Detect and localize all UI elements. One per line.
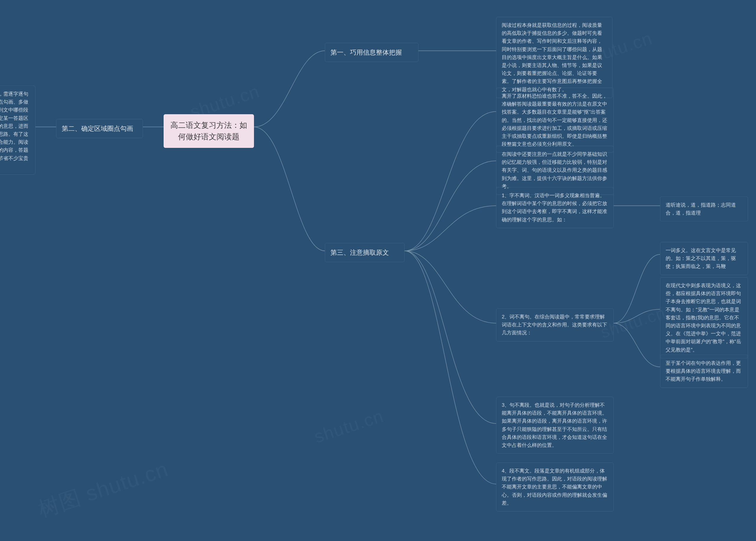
b3-c4[interactable]: 2、词不离句。在综合阅读题中，常常要求理解词语在上下文中的含义和作用。这类要求有…: [496, 308, 614, 341]
b3-c4-s2[interactable]: 在现代文中则多表现为语境义，这些，都应根据具体的语言环境即句子本身去推断它的意思…: [660, 277, 748, 358]
branch2-detail-text: 阅读大段文章主要用精读的方法，需逐字逐句推敲揣摩，故平时练习要养成圈点勾画、多做…: [0, 91, 28, 169]
b3-c3-sub[interactable]: 道听途说，道，指道路；志同道合，道，指道理: [660, 197, 748, 221]
b3-c6-text: 4、段不离文。段落是文章的有机组成部分，体现了作者的写作思路。因此，对语段的阅读…: [502, 468, 607, 506]
b3-c4-s3[interactable]: 至于某个词在句中的表达作用，更要根据具体的语言环境去理解，而不能离开句子作单独解…: [660, 355, 748, 388]
b3-c4-s1[interactable]: 一词多义。这在文言文中是常见的。如：策之不以其道，策，驱使；执策而临之，策，马鞭: [660, 242, 748, 275]
b3-c3[interactable]: 1、字不离词。汉语中一词多义现象相当普遍。在理解词语中某个字的意思的时候，必须把…: [496, 187, 614, 228]
branch2-detail[interactable]: 阅读大段文章主要用精读的方法，需逐字逐句推敲揣摩，故平时练习要养成圈点勾画、多做…: [0, 86, 35, 175]
root-title: 高二语文复习方法：如何做好语文阅读题: [170, 121, 247, 141]
branch1-node[interactable]: 第一、巧用信息整体把握: [325, 43, 418, 62]
branch3-node[interactable]: 第三、注意摘取原文: [325, 243, 405, 262]
branch2-node[interactable]: 第二、确定区域圈点勾画: [56, 119, 143, 138]
connectors-layer: [0, 0, 756, 541]
branch1-detail-text: 阅读过程本身就是获取信息的过程，阅读质量的高低取决于捕捉信息的多少。做题时可先看…: [502, 22, 602, 92]
b3-c4-s1-text: 一词多义。这在文言文中是常见的。如：策之不以其道，策，驱使；执策而临之，策，马鞭: [666, 248, 736, 269]
b3-c6[interactable]: 4、段不离文。段落是文章的有机组成部分，体现了作者的写作思路。因此，对语段的阅读…: [496, 462, 614, 511]
b3-c3-text: 1、字不离词。汉语中一词多义现象相当普遍。在理解词语中某个字的意思的时候，必须把…: [502, 193, 607, 223]
b3-c2-text: 在阅读中还要注意的一点就是不少同学基础知识的记忆能力较强，但迁移能力比较弱，特别…: [502, 152, 607, 189]
b3-c5[interactable]: 3、句不离段。也就是说，对句子的分析理解不能离开具体的语段，不能离开具体的语言环…: [496, 397, 614, 454]
branch3-title: 第三、注意摘取原文: [330, 249, 389, 256]
b3-c4-text: 2、词不离句。在综合阅读题中，常常要求理解词语在上下文中的含义和作用。这类要求有…: [502, 314, 607, 335]
b3-c1-text: 离开了原材料恐怕谁也答不准，答不全。因此，准确解答阅读题最重要最有效的方法是在原…: [502, 93, 607, 147]
b3-c4-s3-text: 至于某个词在句中的表达作用，更要根据具体的语言环境去理解，而不能离开句子作单独解…: [666, 360, 741, 382]
branch1-title: 第一、巧用信息整体把握: [330, 49, 402, 56]
b3-c5-text: 3、句不离段。也就是说，对句子的分析理解不能离开具体的语段，不能离开具体的语言环…: [502, 402, 607, 448]
branch2-title: 第二、确定区域圈点勾画: [62, 125, 133, 132]
branch1-detail[interactable]: 阅读过程本身就是获取信息的过程，阅读质量的高低取决于捕捉信息的多少。做题时可先看…: [496, 17, 612, 98]
b3-c4-s2-text: 在现代文中则多表现为语境义，这些，都应根据具体的语言环境即句子本身去推断它的意思…: [666, 283, 741, 353]
b3-c3-sub-text: 道听途说，道，指道路；志同道合，道，指道理: [666, 202, 736, 216]
root-node[interactable]: 高二语文复习方法：如何做好语文阅读题: [164, 114, 254, 148]
b3-c1[interactable]: 离开了原材料恐怕谁也答不准，答不全。因此，准确解答阅读题最重要最有效的方法是在原…: [496, 88, 614, 153]
